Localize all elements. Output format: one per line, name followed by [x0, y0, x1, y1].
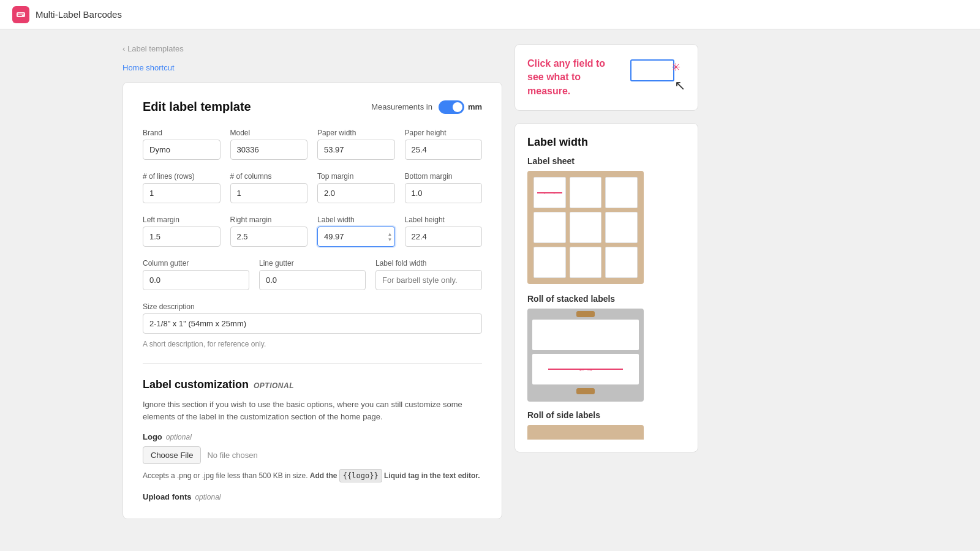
toggle-container: mm: [439, 100, 482, 114]
choose-file-button[interactable]: Choose File: [143, 446, 201, 464]
help-card: Click any field to see what to measure. …: [514, 44, 698, 111]
form-row-3: Left margin Right margin Label width ▲ ▼: [143, 216, 482, 247]
label-height-group: Label height: [405, 216, 483, 247]
label-cell-6: [533, 247, 566, 278]
help-icon-area: ✳ ↖: [630, 57, 685, 94]
label-cell-highlighted: [533, 177, 566, 208]
model-group: Model: [230, 129, 308, 160]
right-margin-label: Right margin: [230, 216, 308, 224]
label-width-input[interactable]: [317, 227, 395, 247]
label-width-group: Label width ▲ ▼: [317, 216, 395, 247]
help-text-area: Click any field to see what to measure.: [527, 57, 620, 98]
paper-height-group: Paper height: [405, 129, 483, 160]
bottom-margin-label: Bottom margin: [405, 172, 483, 181]
size-description-hint: A short description, for reference only.: [143, 340, 482, 348]
app-logo: [12, 6, 29, 23]
line-gutter-input[interactable]: [259, 270, 366, 290]
logo-label: Logo: [143, 432, 162, 441]
roll-side-preview: [527, 425, 644, 440]
bottom-margin-input[interactable]: [405, 183, 483, 203]
customization-title-row: Label customization OPTIONAL: [143, 378, 482, 391]
label-cell-3: [533, 212, 566, 243]
logo-optional: optional: [166, 433, 192, 441]
paper-height-input[interactable]: [405, 140, 483, 160]
label-width-title: Label width: [527, 136, 685, 149]
label-height-input[interactable]: [405, 227, 483, 247]
columns-label: # of columns: [230, 172, 308, 181]
line-gutter-label: Line gutter: [259, 259, 366, 268]
unit-toggle[interactable]: [439, 100, 464, 114]
form-row-4: Column gutter Line gutter Label fold wid…: [143, 259, 482, 290]
right-panel: Click any field to see what to measure. …: [514, 44, 698, 536]
spinner-up-icon[interactable]: ▲: [388, 231, 393, 236]
label-cell-1: [570, 177, 602, 208]
label-fold-input[interactable]: [375, 270, 482, 290]
rows-input[interactable]: [143, 183, 221, 203]
form-title: Edit label template: [143, 100, 251, 114]
column-gutter-label: Column gutter: [143, 259, 249, 268]
columns-input[interactable]: [230, 183, 308, 203]
form-card: Edit label template Measurements in mm B…: [123, 82, 502, 519]
roll-side-title: Roll of side labels: [527, 410, 685, 420]
model-input[interactable]: [230, 140, 308, 160]
customization-section: Label customization OPTIONAL Ignore this…: [143, 378, 482, 501]
main-layout: ‹ Label templates Home shortcut Edit lab…: [0, 29, 980, 551]
roll-stacked-title: Roll of stacked labels: [527, 294, 685, 304]
spinner-down-icon[interactable]: ▼: [388, 237, 393, 242]
content-area: ‹ Label templates Home shortcut Edit lab…: [123, 44, 502, 536]
form-row-1: Brand Model Paper width Paper height: [143, 129, 482, 160]
label-sheet-diagram: [527, 171, 644, 284]
form-header: Edit label template Measurements in mm: [143, 100, 482, 114]
no-file-chosen: No file chosen: [207, 451, 257, 460]
svg-rect-1: [18, 13, 24, 15]
columns-group: # of columns: [230, 172, 308, 203]
file-hint: Accepts a .png or .jpg file less than 50…: [143, 469, 482, 482]
form-row-2: # of lines (rows) # of columns Top margi…: [143, 172, 482, 203]
roll-spacer: [527, 397, 644, 402]
label-width-spinner-wrapper: ▲ ▼: [317, 227, 395, 247]
label-fold-group: Label fold width: [375, 259, 482, 290]
back-link[interactable]: ‹ Label templates: [123, 44, 184, 53]
field-box-icon: [630, 59, 674, 81]
customization-description: Ignore this section if you wish to use t…: [143, 399, 482, 422]
right-margin-group: Right margin: [230, 216, 308, 247]
size-description-input[interactable]: [143, 313, 482, 334]
label-cell-4: [570, 212, 602, 243]
right-margin-input[interactable]: [230, 227, 308, 247]
info-section: Label width Label sheet Roll of stacked …: [514, 123, 698, 452]
brand-group: Brand: [143, 129, 221, 160]
roll-knob-top: [576, 311, 595, 317]
svg-rect-0: [17, 12, 25, 17]
breadcrumb: ‹ Label templates: [123, 44, 502, 53]
rows-group: # of lines (rows): [143, 172, 221, 203]
upload-fonts-optional: optional: [195, 493, 221, 501]
customization-title: Label customization: [143, 378, 249, 391]
measurements-row: Measurements in mm: [371, 100, 482, 114]
logo-label-row: Logo optional: [143, 432, 482, 441]
roll-strip-1: [532, 320, 639, 350]
size-description-group: Size description A short description, fo…: [143, 302, 482, 348]
upload-fonts-row: Upload fonts optional: [143, 492, 482, 501]
label-cell-2: [605, 177, 638, 208]
line-gutter-group: Line gutter: [259, 259, 366, 290]
label-fold-label: Label fold width: [375, 259, 482, 268]
home-shortcut-link[interactable]: Home shortcut: [123, 63, 502, 72]
paper-width-group: Paper width: [317, 129, 395, 160]
column-gutter-group: Column gutter: [143, 259, 249, 290]
svg-rect-2: [18, 15, 22, 16]
paper-width-input[interactable]: [317, 140, 395, 160]
top-margin-label: Top margin: [317, 172, 395, 181]
rows-label: # of lines (rows): [143, 172, 221, 181]
brand-input[interactable]: [143, 140, 221, 160]
left-margin-group: Left margin: [143, 216, 221, 247]
model-label: Model: [230, 129, 308, 137]
roll-stacked-diagram: [527, 309, 644, 402]
left-margin-input[interactable]: [143, 227, 221, 247]
label-cell-8: [605, 247, 638, 278]
paper-height-label: Paper height: [405, 129, 483, 137]
customization-optional: OPTIONAL: [254, 381, 294, 390]
column-gutter-input[interactable]: [143, 270, 249, 290]
app-title: Multi-Label Barcodes: [36, 9, 122, 20]
label-width-spinner[interactable]: ▲ ▼: [388, 231, 393, 242]
top-margin-input[interactable]: [317, 183, 395, 203]
